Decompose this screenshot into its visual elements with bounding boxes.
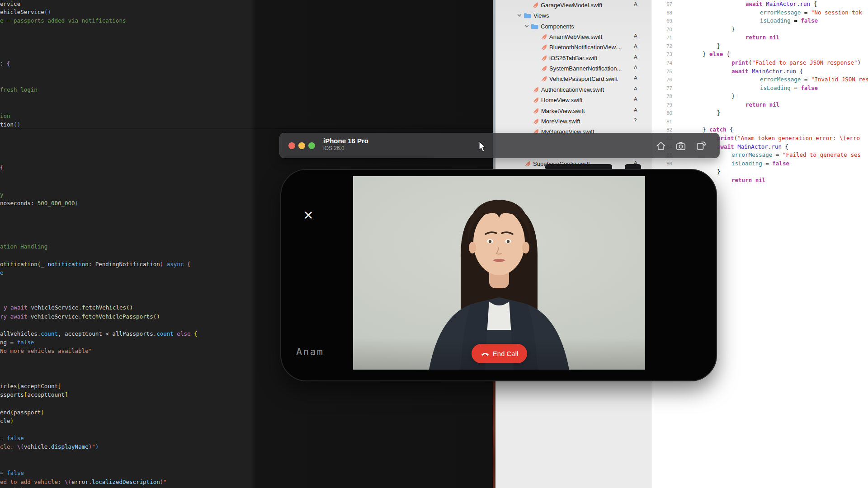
swift-file-icon: [540, 44, 547, 51]
code-line: = false: [0, 469, 24, 477]
code-line: fresh login: [0, 86, 38, 94]
sidebar-item-bluetoothnotificationview-[interactable]: BluetoothNotificationView....: [540, 42, 622, 52]
line-number: 72: [653, 42, 672, 50]
sidebar-item-vehiclepassportcard-swift[interactable]: VehiclePassportCard.swift: [540, 74, 618, 83]
file-label: SystemBannerNotification...: [549, 65, 622, 72]
code-line: otification(_ notification: PendingNotif…: [0, 261, 190, 268]
file-label: Views: [533, 12, 549, 19]
folder-icon: [531, 23, 538, 29]
code-line: await MainActor.run {: [731, 68, 803, 75]
line-number: 86: [653, 160, 672, 167]
code-line: print("Anam token generation error: \(er…: [717, 135, 860, 142]
source-control-badge: ?: [634, 117, 637, 123]
file-label: MoreView.swift: [541, 118, 580, 125]
code-line: tion(): [0, 121, 20, 128]
swift-file-icon: [540, 65, 547, 72]
code-line: No more vehicles available": [0, 347, 92, 355]
simulator-device-title: iPhone 16 Pro: [323, 137, 368, 145]
line-number: 82: [653, 126, 672, 133]
code-line: ng = false: [0, 339, 34, 346]
source-control-badge: A: [634, 86, 637, 91]
source-control-badge: A: [634, 1, 637, 7]
file-label: BluetoothNotificationView....: [549, 44, 622, 51]
code-line: isLoading = false: [760, 17, 818, 24]
code-line: } catch {: [703, 126, 733, 133]
desktop: erviceehicleService()e — passports added…: [0, 0, 868, 488]
line-number: 71: [653, 34, 672, 41]
swift-file-icon: [532, 2, 538, 9]
code-line: ry await vehicleService.fetchVehiclePass…: [0, 313, 160, 320]
sidebar-item-homeview-swift[interactable]: HomeView.swift: [532, 95, 583, 104]
code-line: = false: [0, 435, 24, 442]
sidebar-item-anamwebview-swift[interactable]: AnamWebView.swift: [540, 32, 602, 41]
file-label: VehiclePassportCard.swift: [549, 75, 618, 82]
code-line: isLoading = false: [760, 84, 818, 92]
code-line: }: [731, 26, 735, 33]
sidebar-item-authenticationview-swift[interactable]: AuthenticationView.swift: [532, 85, 604, 94]
zoom-window-button[interactable]: [308, 142, 315, 149]
code-line: ehicleService(): [0, 9, 51, 16]
code-line: }: [717, 168, 721, 175]
source-control-badge: A: [634, 43, 637, 49]
anam-watermark: Anam: [296, 346, 324, 357]
code-line: await MainActor.run {: [717, 143, 788, 150]
line-number: 68: [653, 9, 672, 16]
end-call-button[interactable]: End Call: [472, 344, 527, 363]
code-line: cle: \(vehicle.displayName)"): [0, 443, 99, 450]
chevron-down-icon[interactable]: [524, 24, 529, 28]
code-line: ation Handling: [0, 243, 47, 250]
line-number: 77: [653, 84, 672, 92]
sidebar-item-views[interactable]: Views: [517, 11, 549, 20]
rotate-icon[interactable]: [694, 140, 707, 152]
line-number: 67: [653, 0, 672, 8]
code-line: }: [717, 109, 721, 117]
swift-file-icon: [532, 108, 539, 114]
screenshot-camera-icon[interactable]: [675, 140, 687, 152]
sidebar-item-marketview-swift[interactable]: MarketView.swift: [532, 106, 585, 115]
code-line: allVehicles.count, acceptCount < allPass…: [0, 330, 198, 338]
line-number: 75: [653, 68, 672, 75]
code-line: ervice: [0, 0, 20, 8]
code-line: end(passport): [0, 409, 44, 416]
close-window-button[interactable]: [288, 142, 295, 149]
file-label: MarketView.swift: [541, 108, 585, 114]
sidebar-item-garageviewmodel-swift[interactable]: GarageViewModel.swift: [532, 0, 602, 9]
source-control-badge: A: [634, 54, 637, 60]
line-number: 76: [653, 76, 672, 83]
line-number: 81: [653, 118, 672, 125]
code-line: return nil: [745, 101, 779, 108]
minimize-window-button[interactable]: [298, 142, 305, 149]
code-line: }: [717, 42, 721, 50]
file-label: Components: [541, 23, 574, 30]
code-line: ed to add vehicle: \(error.localizedDesc…: [0, 479, 167, 486]
source-control-badge: A: [634, 75, 637, 80]
chevron-down-icon[interactable]: [517, 13, 522, 18]
code-line: errorMessage = "Invalid JSON respo: [760, 76, 868, 83]
code-line: noseconds: 500_000_000): [0, 200, 78, 207]
close-call-button[interactable]: ✕: [302, 209, 315, 222]
code-line: return nil: [745, 34, 779, 41]
swift-file-icon: [540, 75, 547, 82]
mouse-cursor: [478, 141, 488, 153]
simulator-os-version: iOS 26.0: [323, 145, 344, 151]
end-call-label: End Call: [493, 350, 519, 357]
sidebar-item-components[interactable]: Components: [524, 22, 574, 31]
sidebar-item-moreview-swift[interactable]: MoreView.swift: [532, 117, 580, 126]
code-line: return nil: [731, 177, 765, 184]
home-icon[interactable]: [655, 140, 667, 152]
line-number: 79: [653, 101, 672, 108]
source-control-badge: A: [634, 65, 637, 70]
simulator-titlebar[interactable]: iPhone 16 Pro iOS 26.0: [279, 133, 720, 158]
file-label: AnamWebView.swift: [549, 33, 602, 40]
sidebar-item-systembannernotification-[interactable]: SystemBannerNotification...: [540, 64, 622, 73]
swift-file-icon: [524, 160, 531, 167]
code-line: icles[acceptCount]: [0, 383, 61, 390]
code-line: print("Failed to parse JSON response"): [731, 59, 861, 66]
sidebar-item-ios26tabbar-swift[interactable]: iOS26TabBar.swift: [540, 53, 597, 62]
code-line: : {: [0, 60, 10, 67]
source-control-badge: A: [634, 107, 637, 113]
code-line: isLoading = false: [731, 160, 789, 167]
swift-file-icon: [532, 86, 539, 93]
phone-down-icon: [481, 351, 490, 357]
swift-file-icon: [540, 33, 547, 40]
